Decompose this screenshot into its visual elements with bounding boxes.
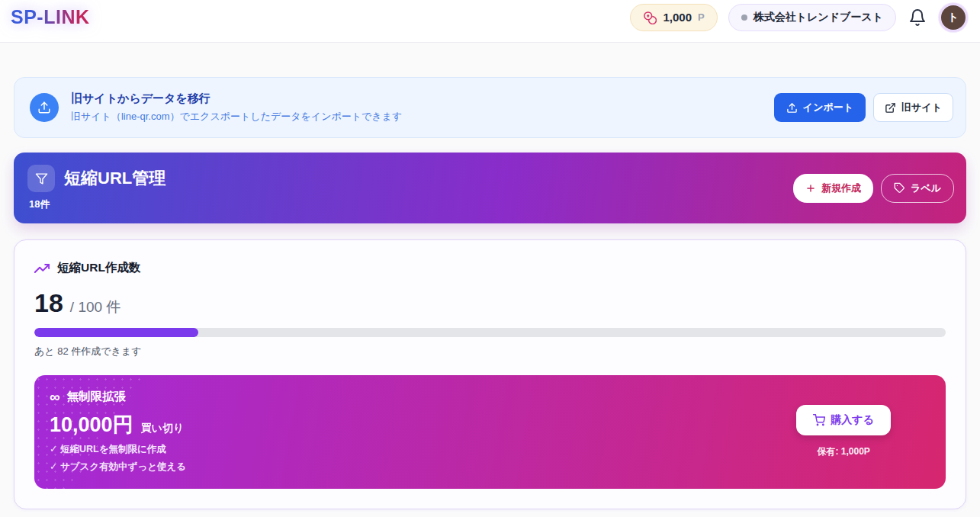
usage-progress-bar [34, 328, 946, 337]
app-header: SP-LINK 1,000 P 株式会社トレンドブースト [0, 0, 980, 43]
import-button-label: インポート [803, 101, 853, 114]
avatar[interactable]: ト [939, 3, 968, 32]
purchase-button[interactable]: 購入する [796, 405, 891, 435]
company-badge[interactable]: 株式会社トレンドブースト [728, 4, 896, 31]
header-right-group: 1,000 P 株式会社トレンドブースト ト [630, 3, 968, 32]
page-title: 短縮URL管理 [64, 167, 165, 190]
migration-texts: 旧サイトからデータを移行 旧サイト（line-qr.com）でエクスポートしたデ… [71, 92, 402, 124]
upload-circle-icon [30, 93, 59, 122]
promo-info: ∞ 無制限拡張 10,000円 買い切り ✓ 短縮URLを無制限に作成 ✓ サブ… [50, 389, 186, 474]
migration-actions: インポート 旧サイト [774, 93, 953, 122]
usage-card: 短縮URL作成数 18 / 100 件 あと 82 件作成できます ∞ 無制限拡… [14, 239, 966, 509]
plus-icon [805, 183, 816, 194]
url-manager-title-block: 短縮URL管理 18件 [27, 165, 165, 211]
usage-count-row: 18 / 100 件 [34, 288, 946, 318]
notifications-button[interactable] [907, 7, 928, 28]
coins-icon [643, 11, 657, 24]
old-site-button-label: 旧サイト [901, 101, 942, 114]
old-site-button[interactable]: 旧サイト [873, 93, 953, 122]
tag-icon [894, 182, 905, 194]
points-badge[interactable]: 1,000 P [630, 4, 717, 31]
create-new-button[interactable]: 新規作成 [793, 174, 873, 203]
migration-info: 旧サイトからデータを移行 旧サイト（line-qr.com）でエクスポートしたデ… [30, 92, 402, 124]
promo-price-note: 買い切り [141, 422, 185, 435]
labels-button[interactable]: ラベル [881, 174, 954, 203]
upload-icon [786, 102, 798, 114]
bell-icon [908, 8, 927, 27]
infinity-icon: ∞ [50, 390, 60, 404]
external-link-icon [885, 102, 896, 114]
main-content: 旧サイトからデータを移行 旧サイト（line-qr.com）でエクスポートしたデ… [0, 77, 980, 517]
usage-current: 18 [34, 288, 63, 318]
url-manager-header: 短縮URL管理 18件 新規作成 ラベル [14, 153, 966, 223]
points-unit: P [698, 11, 705, 23]
usage-remaining-text: あと 82 件作成できます [34, 345, 946, 358]
usage-progress-fill [34, 328, 198, 337]
points-value: 1,000 [663, 11, 692, 24]
promo-price: 10,000円 [50, 411, 133, 438]
url-manager-actions: 新規作成 ラベル [793, 174, 954, 203]
migration-title: 旧サイトからデータを移行 [71, 92, 402, 106]
app-logo[interactable]: SP-LINK [8, 6, 90, 28]
unlimited-promo-banner: ∞ 無制限拡張 10,000円 買い切り ✓ 短縮URLを無制限に作成 ✓ サブ… [34, 375, 946, 489]
purchase-button-label: 購入する [831, 413, 874, 427]
url-count: 18件 [29, 197, 165, 211]
points-balance-text: 保有: 1,000P [817, 445, 869, 458]
promo-title: 無制限拡張 [67, 389, 127, 405]
funnel-icon [35, 172, 48, 185]
trending-up-icon [34, 261, 50, 276]
promo-feature: ✓ 短縮URLを無制限に作成 [50, 443, 186, 456]
promo-purchase-block: 購入する 保有: 1,000P [796, 405, 891, 458]
avatar-initial: ト [948, 11, 959, 24]
status-dot-icon [741, 14, 747, 21]
labels-button-label: ラベル [911, 181, 941, 195]
filter-icon-chip [27, 165, 55, 192]
company-name: 株式会社トレンドブースト [753, 11, 883, 24]
migration-banner: 旧サイトからデータを移行 旧サイト（line-qr.com）でエクスポートしたデ… [14, 77, 966, 138]
promo-feature: ✓ サブスク有効中ずっと使える [50, 461, 186, 474]
cart-icon [813, 414, 825, 426]
migration-subtitle: 旧サイト（line-qr.com）でエクスポートしたデータをインポートできます [71, 110, 402, 124]
import-button[interactable]: インポート [774, 93, 866, 122]
usage-total: / 100 件 [70, 297, 121, 317]
create-new-button-label: 新規作成 [821, 181, 861, 195]
usage-title: 短縮URL作成数 [57, 260, 140, 276]
